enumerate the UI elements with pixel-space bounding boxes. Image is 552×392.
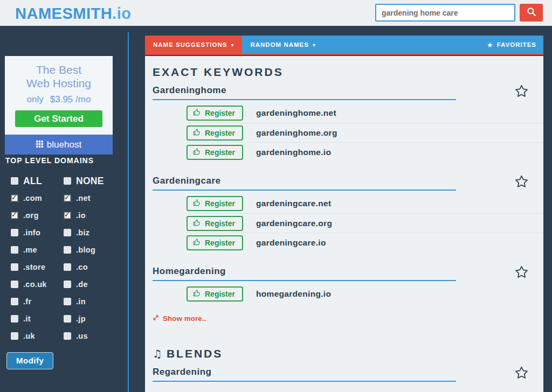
checkbox-icon[interactable] — [64, 263, 71, 271]
thumbs-up-icon — [193, 128, 201, 138]
tld-option-in[interactable]: .in — [64, 297, 116, 306]
tld-option-me[interactable]: .me — [11, 246, 64, 254]
thumbs-up-icon — [193, 199, 201, 208]
tld-option-co[interactable]: .co — [64, 263, 116, 271]
ad-price-value: $3.95 /mo — [50, 94, 91, 105]
domain-row: Register gardeninghome.org — [187, 123, 543, 142]
checkbox-icon[interactable] — [64, 229, 71, 236]
register-button[interactable]: Register — [187, 106, 243, 121]
tld-option-jp[interactable]: .jp — [64, 314, 116, 323]
domain-name: homegardening.io — [256, 289, 331, 299]
keyword-group-gardeningcare: Gardeningcare Register gardeningcare.net — [153, 176, 543, 252]
header: NAMESMITH.io — [0, 0, 552, 26]
tld-option-blog[interactable]: .blog — [64, 246, 116, 254]
chevron-down-icon: ▾ — [231, 42, 234, 48]
group-title: Homegardening — [153, 266, 456, 281]
checkbox-icon[interactable] — [11, 229, 18, 236]
thumbs-up-icon — [193, 108, 201, 118]
chevron-down-icon: ▾ — [313, 42, 316, 48]
sidebar-divider — [128, 32, 129, 392]
site-logo[interactable]: NAMESMITH.io — [15, 5, 131, 23]
checkbox-icon[interactable] — [64, 246, 71, 254]
main-nav: NAME SUGGESTIONS ▾ RANDOM NAMES ▾ ★ FAVO… — [145, 36, 543, 55]
ad-body: The Best Web Hosting only $3.95 /mo Get … — [5, 56, 113, 135]
checkbox-icon[interactable] — [11, 194, 18, 202]
checkbox-icon[interactable] — [11, 315, 18, 323]
ad-headline-line1: The Best — [5, 63, 113, 76]
favorite-star-icon[interactable] — [514, 84, 529, 100]
thumbs-up-icon — [193, 289, 201, 299]
star-icon: ★ — [487, 41, 494, 49]
tld-row: .me .blog — [11, 241, 125, 258]
checkbox-icon[interactable] — [11, 332, 18, 340]
checkbox-icon[interactable] — [64, 194, 71, 202]
keyword-group-homegardening: Homegardening Register homegardening.io — [153, 266, 543, 304]
tld-option-io[interactable]: .io — [64, 211, 116, 220]
domain-name: gardeningcare.org — [256, 219, 332, 228]
checkbox-icon[interactable] — [64, 298, 71, 305]
ad-brand-bar[interactable]: bluehost — [5, 135, 113, 155]
tld-row: .it .jp — [11, 310, 125, 327]
search-icon — [526, 6, 537, 19]
tld-option-com[interactable]: .com — [11, 194, 64, 202]
tld-option-all[interactable]: ALL — [11, 176, 64, 187]
search-bar — [375, 4, 543, 22]
domain-name: gardeningcare.io — [256, 238, 326, 248]
register-button[interactable]: Register — [187, 235, 243, 250]
domain-row: Register gardeningcare.io — [187, 233, 543, 252]
checkbox-icon[interactable] — [11, 263, 18, 271]
checkbox-icon[interactable] — [64, 281, 71, 288]
tld-option-uk[interactable]: .uk — [11, 332, 64, 340]
checkbox-icon[interactable] — [11, 246, 18, 254]
tld-option-info[interactable]: .info — [11, 228, 64, 237]
tld-row: ALL NONE — [11, 172, 125, 190]
tld-option-us[interactable]: .us — [64, 332, 116, 340]
tld-row: .store .co — [11, 258, 125, 276]
tld-option-fr[interactable]: .fr — [11, 297, 64, 306]
favorite-star-icon[interactable] — [514, 366, 529, 382]
checkbox-icon[interactable] — [64, 177, 71, 185]
register-button[interactable]: Register — [187, 216, 243, 231]
tld-option-org[interactable]: .org — [11, 211, 64, 220]
get-started-button[interactable]: Get Started — [15, 110, 102, 127]
show-more-link[interactable]: Show more.. — [153, 314, 206, 323]
checkbox-icon[interactable] — [11, 298, 18, 305]
group-title: Gardeninghome — [153, 85, 456, 100]
tld-option-it[interactable]: .it — [11, 314, 64, 323]
checkbox-icon[interactable] — [64, 212, 71, 219]
page: NAMESMITH.io The Best Web Hosting only $… — [0, 0, 552, 392]
tld-option-none[interactable]: NONE — [64, 176, 116, 187]
tld-option-de[interactable]: .de — [64, 280, 116, 289]
search-button[interactable] — [520, 4, 543, 22]
modify-button[interactable]: Modify — [6, 352, 53, 369]
register-button[interactable]: Register — [187, 196, 243, 211]
tld-option-biz[interactable]: .biz — [64, 228, 116, 237]
tld-option-store[interactable]: .store — [11, 263, 64, 271]
checkbox-icon[interactable] — [64, 332, 71, 340]
favorites-link[interactable]: ★ FAVORITES — [480, 36, 543, 54]
tld-filter-list: ALL NONE .com .net .org . — [11, 172, 125, 345]
tld-row: .uk .us — [11, 327, 125, 345]
favorite-star-icon[interactable] — [514, 174, 529, 191]
domain-name: gardeninghome.net — [256, 108, 336, 118]
checkbox-icon[interactable] — [11, 212, 18, 219]
thumbs-up-icon — [193, 219, 201, 228]
register-button[interactable]: Register — [187, 125, 243, 141]
tld-option-couk[interactable]: .co.uk — [11, 280, 64, 289]
register-button[interactable]: Register — [187, 286, 243, 302]
checkbox-icon[interactable] — [64, 315, 71, 323]
tld-option-net[interactable]: .net — [64, 194, 116, 202]
tld-row: .info .biz — [11, 224, 125, 241]
checkbox-icon[interactable] — [11, 281, 18, 288]
thumbs-up-icon — [193, 148, 201, 157]
tld-heading: TOP LEVEL DOMAINS — [5, 156, 94, 165]
checkbox-icon[interactable] — [11, 177, 18, 185]
group-title: Regardening — [153, 367, 456, 382]
tab-random-names[interactable]: RANDOM NAMES ▾ — [242, 36, 324, 54]
register-button[interactable]: Register — [187, 145, 243, 160]
favorite-star-icon[interactable] — [514, 265, 529, 281]
search-input[interactable] — [375, 4, 515, 22]
tab-name-suggestions[interactable]: NAME SUGGESTIONS ▾ — [145, 36, 242, 54]
logo-suffix: .io — [112, 5, 131, 22]
hosting-ad[interactable]: The Best Web Hosting only $3.95 /mo Get … — [5, 56, 113, 155]
